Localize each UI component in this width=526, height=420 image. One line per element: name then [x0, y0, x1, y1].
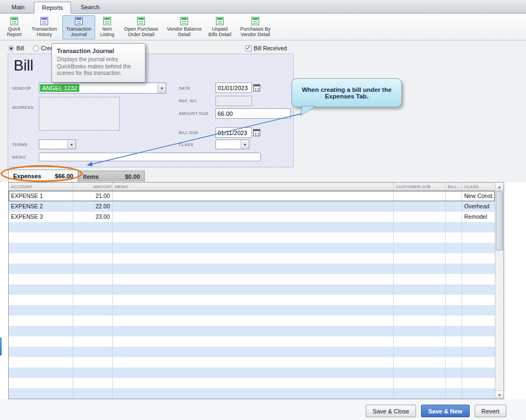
table-row[interactable]: [9, 357, 495, 368]
table-row[interactable]: [9, 295, 495, 305]
toolbar-button-transaction-journal[interactable]: Transaction Journal: [62, 15, 95, 39]
cell-amount[interactable]: [73, 326, 113, 336]
cell-customer[interactable]: [394, 347, 446, 357]
cell-memo[interactable]: [113, 316, 394, 326]
table-row[interactable]: [9, 368, 495, 378]
tab-search[interactable]: Search: [72, 1, 108, 13]
cell-amount[interactable]: [73, 388, 113, 399]
table-row[interactable]: EXPENSE 323.00Remodel: [9, 212, 495, 222]
cell-class[interactable]: [462, 243, 495, 253]
toolbar-button-open-purchase-order-detail[interactable]: Open Purchase Order Detail: [119, 15, 163, 39]
cell-amount[interactable]: 21.00: [73, 191, 113, 201]
memo-input[interactable]: [39, 153, 261, 161]
cell-class[interactable]: [462, 347, 495, 357]
cell-customer[interactable]: [394, 295, 446, 305]
cell-memo[interactable]: [113, 378, 394, 388]
scroll-down-arrow-icon[interactable]: ▼: [495, 390, 504, 399]
cell-bill[interactable]: [446, 326, 462, 336]
cell-customer[interactable]: [394, 357, 446, 368]
cell-account[interactable]: [9, 357, 73, 368]
cell-amount[interactable]: [73, 347, 113, 357]
cell-class[interactable]: [462, 357, 495, 368]
cell-amount[interactable]: 23.00: [73, 212, 113, 222]
calendar-icon[interactable]: [253, 129, 260, 136]
cell-memo[interactable]: [113, 243, 394, 253]
cell-bill[interactable]: [446, 274, 462, 284]
cell-bill[interactable]: [446, 212, 462, 222]
cell-memo[interactable]: [113, 336, 394, 347]
cell-amount[interactable]: [73, 253, 113, 264]
cell-bill[interactable]: [446, 232, 462, 243]
cell-amount[interactable]: [73, 284, 113, 295]
cell-memo[interactable]: [113, 232, 394, 243]
cell-class[interactable]: [462, 222, 495, 232]
cell-bill[interactable]: [446, 222, 462, 232]
cell-account[interactable]: [9, 222, 73, 232]
cell-memo[interactable]: [113, 347, 394, 357]
cell-memo[interactable]: [113, 357, 394, 368]
cell-amount[interactable]: [73, 336, 113, 347]
table-row[interactable]: [9, 264, 495, 274]
table-row[interactable]: [9, 253, 495, 264]
cell-account[interactable]: [9, 295, 73, 305]
cell-class[interactable]: [462, 388, 495, 399]
cell-customer[interactable]: [394, 378, 446, 388]
cell-memo[interactable]: [113, 222, 394, 232]
cell-memo[interactable]: [113, 201, 394, 212]
calendar-icon[interactable]: [253, 84, 260, 91]
scrollbar-thumb[interactable]: [496, 191, 503, 250]
cell-bill[interactable]: [446, 264, 462, 274]
grid-scrollbar[interactable]: ▲ ▼: [495, 183, 504, 399]
cell-account[interactable]: EXPENSE 1: [9, 191, 73, 201]
bill-radio[interactable]: Bill: [8, 45, 24, 51]
cell-account[interactable]: [9, 326, 73, 336]
tab-main[interactable]: Main: [3, 1, 33, 13]
cell-amount[interactable]: [73, 232, 113, 243]
cell-amount[interactable]: [73, 243, 113, 253]
toolbar-button-unpaid-bills-detail[interactable]: Unpaid Bills Detail: [206, 15, 234, 39]
tab-expenses[interactable]: Expenses $66.00: [8, 170, 78, 182]
cell-memo[interactable]: [113, 368, 394, 378]
cell-bill[interactable]: [446, 357, 462, 368]
cell-account[interactable]: [9, 378, 73, 388]
cell-bill[interactable]: [446, 305, 462, 316]
cell-memo[interactable]: [113, 284, 394, 295]
cell-memo[interactable]: [113, 388, 394, 399]
cell-class[interactable]: [462, 336, 495, 347]
cell-bill[interactable]: [446, 378, 462, 388]
amount-due-input[interactable]: 66.00: [215, 108, 291, 119]
terms-combobox[interactable]: ▾: [39, 139, 76, 149]
cell-amount[interactable]: [73, 305, 113, 316]
cell-amount[interactable]: 22.00: [73, 201, 113, 212]
cell-class[interactable]: [462, 295, 495, 305]
cell-bill[interactable]: [446, 191, 462, 201]
toolbar-button-vendor-balance-detail[interactable]: Vendor Balance Detail: [165, 15, 204, 39]
cell-class[interactable]: Remodel: [462, 212, 495, 222]
ref-no-input[interactable]: [215, 96, 252, 106]
save-close-button[interactable]: Save & Close: [366, 405, 417, 417]
cell-amount[interactable]: [73, 264, 113, 274]
table-row[interactable]: [9, 284, 495, 295]
cell-memo[interactable]: [113, 212, 394, 222]
table-row[interactable]: [9, 388, 495, 399]
toolbar-button-item-listing[interactable]: Item Listing: [97, 15, 118, 39]
cell-account[interactable]: [9, 232, 73, 243]
cell-memo[interactable]: [113, 295, 394, 305]
cell-customer[interactable]: [394, 336, 446, 347]
cell-account[interactable]: [9, 264, 73, 274]
cell-customer[interactable]: [394, 232, 446, 243]
tab-reports[interactable]: Reports: [34, 2, 72, 14]
toolbar-button-transaction-history[interactable]: Transaction History: [28, 15, 61, 39]
cell-account[interactable]: [9, 388, 73, 399]
cell-bill[interactable]: [446, 388, 462, 399]
cell-bill[interactable]: [446, 336, 462, 347]
cell-customer[interactable]: [394, 191, 446, 201]
table-row[interactable]: [9, 305, 495, 316]
toolbar-button-quick-report[interactable]: Quick Report: [2, 15, 26, 39]
cell-account[interactable]: [9, 336, 73, 347]
cell-customer[interactable]: [394, 201, 446, 212]
table-row[interactable]: [9, 378, 495, 388]
table-row[interactable]: [9, 222, 495, 232]
cell-class[interactable]: [462, 274, 495, 284]
cell-account[interactable]: [9, 368, 73, 378]
